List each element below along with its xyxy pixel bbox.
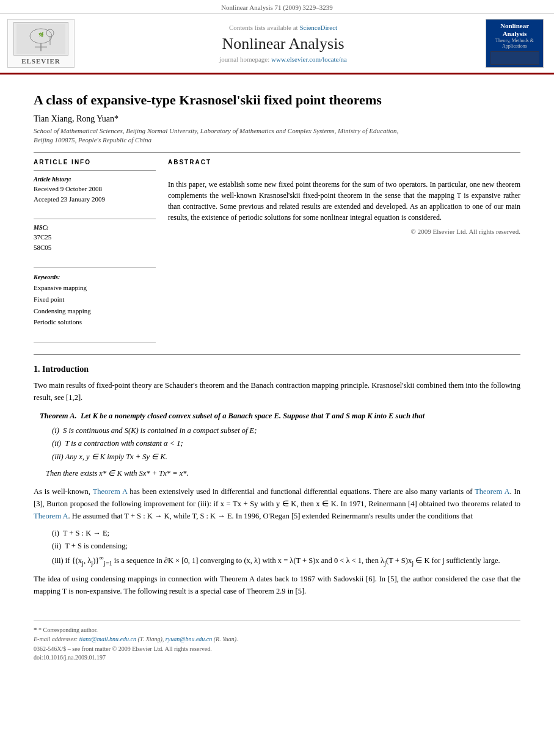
citation-text: Nonlinear Analysis 71 (2009) 3229–3239 (221, 4, 333, 11)
theorem-a-link-1[interactable]: Theorem A (93, 487, 128, 496)
theorem-a-box: Theorem A. Let K be a nonempty closed co… (34, 410, 520, 479)
theorem-a-intro-text: Let K be a nonempty closed convex subset… (79, 412, 425, 420)
theorem-a-link-2[interactable]: Theorem A (475, 487, 509, 496)
footnote-corresponding: * * Corresponding author. (34, 625, 520, 635)
email-link-1[interactable]: tianx@mail.bnu.edu.cn (79, 636, 136, 642)
journal-homepage: journal homepage: www.elsevier.com/locat… (87, 56, 479, 63)
divider-keywords (34, 267, 156, 267)
journal-cover-section: NonlinearAnalysis Theory, Methods & Appl… (486, 19, 547, 68)
sciencedirect-link[interactable]: ScienceDirect (299, 24, 337, 31)
keywords-label: Keywords: (34, 274, 156, 280)
elsevier-logo-box: 🌿 ELSEVIER (7, 19, 75, 68)
page-footer: * * Corresponding author. E-mail address… (34, 620, 520, 661)
journal-title: Nonlinear Analysis (87, 35, 479, 53)
accepted-date: Accepted 23 January 2009 (34, 194, 156, 205)
page-container: Nonlinear Analysis 71 (2009) 3229–3239 🌿 (0, 0, 554, 756)
cover-subtitle: Theory, Methods & Applications (489, 38, 541, 49)
oreagan-item-2: (ii) T + S is condensing; (52, 540, 520, 553)
footnote-star: * (34, 626, 37, 633)
received-date: Received 9 October 2008 (34, 184, 156, 194)
divider-msc (34, 219, 156, 219)
abstract-text: In this paper, we establish some new fix… (168, 179, 520, 223)
footnote-email: E-mail addresses: tianx@mail.bnu.edu.cn … (34, 634, 520, 644)
introduction-heading: 1. Introduction (34, 365, 520, 374)
doi-line: doi:10.1016/j.na.2009.01.197 (34, 654, 520, 661)
elsevier-animal-logo: 🌿 (13, 22, 68, 56)
msc-code-1: 37C25 (34, 232, 156, 242)
divider-end-info (34, 343, 156, 343)
divider-info (34, 170, 156, 171)
issn-line: 0362-546X/$ – see front matter © 2009 El… (34, 645, 520, 652)
intro-para-3: The idea of using condensing mappings in… (34, 573, 520, 597)
theorem-a-item-3: (iii) Any x, y ∈ K imply Tx + Sy ∈ K. (52, 451, 514, 463)
elsevier-wordmark: ELSEVIER (21, 57, 60, 65)
intro-para-2: As is well-known, Theorem A has been ext… (34, 485, 520, 522)
email-link-2[interactable]: ryuan@bnu.edu.cn (166, 636, 212, 642)
theorem-a-list: (i) S is continuous and S(K) is containe… (40, 424, 514, 463)
divider-1 (34, 152, 520, 153)
theorem-a-item-1: (i) S is continuous and S(K) is containe… (52, 424, 514, 437)
abstract-label: ABSTRACT (168, 159, 520, 165)
copyright-line: © 2009 Elsevier Ltd. All rights reserved… (168, 228, 520, 235)
journal-homepage-link[interactable]: www.elsevier.com/locate/na (271, 56, 347, 63)
msc-label: MSC: (34, 224, 156, 231)
oreagan-item-3: (iii) if {(xj, λj)}∞j=1 is a sequence in… (52, 553, 520, 569)
keyword-4: Periodic solutions (34, 316, 156, 328)
abstract-column: ABSTRACT In this paper, we establish som… (168, 159, 520, 348)
svg-text:🌿: 🌿 (38, 32, 44, 37)
article-info-column: ARTICLE INFO Article history: Received 9… (34, 159, 156, 348)
theorem-a-conclusion: Then there exists x* ∈ K with Sx* + Tx* … (40, 467, 514, 479)
cover-graphic (490, 51, 539, 65)
article-info-label: ARTICLE INFO (34, 159, 156, 165)
journal-cover-image: NonlinearAnalysis Theory, Methods & Appl… (486, 19, 544, 68)
keyword-1: Expansive mapping (34, 282, 156, 294)
theorem-a-item-2: (ii) T is a contraction with constant α … (52, 437, 514, 450)
journal-header: 🌿 ELSEVIER Contents lists available at S… (0, 14, 554, 75)
history-label: Article history: (34, 176, 156, 183)
main-content: A class of expansive-type Krasnosel'skii… (0, 75, 554, 608)
oreagan-item-1: (i) T + S : K → E; (52, 527, 520, 540)
authors: Tian Xiang, Rong Yuan* (34, 114, 520, 124)
oreagan-conditions: (i) T + S : K → E; (ii) T + S is condens… (34, 527, 520, 569)
intro-para-1: Two main results of fixed-point theory a… (34, 379, 520, 404)
elsevier-logo-section: 🌿 ELSEVIER (7, 19, 81, 68)
paper-title: A class of expansive-type Krasnosel'skii… (34, 92, 520, 109)
cover-title: NonlinearAnalysis (500, 22, 529, 38)
keyword-2: Fixed point (34, 294, 156, 305)
sciencedirect-notice: Contents lists available at ScienceDirec… (87, 24, 479, 31)
journal-header-center: Contents lists available at ScienceDirec… (87, 24, 479, 63)
divider-2 (34, 354, 520, 355)
theorem-a-title: Theorem A. Let K be a nonempty closed co… (40, 410, 514, 422)
msc-code-2: 58C05 (34, 242, 156, 253)
top-bar: Nonlinear Analysis 71 (2009) 3229–3239 (0, 0, 554, 14)
article-abstract-section: ARTICLE INFO Article history: Received 9… (34, 159, 520, 348)
theorem-a-link-3[interactable]: Theorem A (34, 512, 68, 520)
keyword-3: Condensing mapping (34, 305, 156, 317)
affiliation: School of Mathematical Sciences, Beijing… (34, 126, 520, 145)
